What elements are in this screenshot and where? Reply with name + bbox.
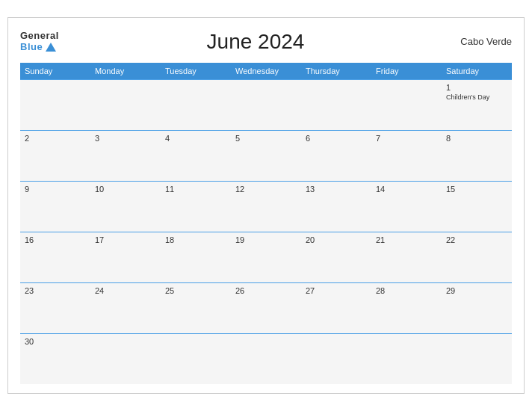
day-number: 25 xyxy=(165,286,226,295)
day-cell xyxy=(231,333,301,384)
day-cell: 29 xyxy=(442,282,512,333)
holiday-label: Children's Day xyxy=(446,93,507,102)
day-number: 6 xyxy=(306,134,367,143)
header-friday: Friday xyxy=(371,63,442,80)
calendar-header: General Blue June 2024 Cabo Verde xyxy=(20,30,512,54)
day-cell: 17 xyxy=(90,232,161,282)
day-number: 16 xyxy=(25,235,86,244)
day-number: 19 xyxy=(235,235,297,244)
day-cell: 7 xyxy=(371,130,442,181)
day-cell: 9 xyxy=(20,181,90,232)
day-cell xyxy=(161,79,231,130)
day-cell: 8 xyxy=(442,130,512,181)
header-sunday: Sunday xyxy=(20,63,90,80)
day-cell: 19 xyxy=(231,232,301,282)
header-saturday: Saturday xyxy=(442,63,512,80)
week-row-2: 9101112131415 xyxy=(20,181,512,232)
day-number: 29 xyxy=(446,286,507,295)
day-cell xyxy=(371,79,442,130)
day-cell xyxy=(301,79,371,130)
day-cell: 6 xyxy=(301,130,371,181)
day-cell: 14 xyxy=(371,181,442,232)
day-cell xyxy=(231,79,301,130)
day-cell xyxy=(90,79,161,130)
day-cell: 26 xyxy=(231,282,301,333)
day-number: 21 xyxy=(376,235,437,244)
day-number: 15 xyxy=(446,185,507,194)
day-number: 17 xyxy=(95,235,156,244)
day-cell: 27 xyxy=(301,282,371,333)
day-number: 26 xyxy=(235,286,297,295)
day-number: 27 xyxy=(306,286,367,295)
day-number: 4 xyxy=(165,134,226,143)
logo-blue-text: Blue xyxy=(20,42,56,52)
logo-triangle-icon xyxy=(46,43,56,52)
month-title: June 2024 xyxy=(59,30,452,54)
day-cell xyxy=(90,333,161,384)
day-number: 12 xyxy=(235,185,297,194)
weekday-header-row: Sunday Monday Tuesday Wednesday Thursday… xyxy=(20,63,512,80)
day-cell: 20 xyxy=(301,232,371,282)
day-cell: 22 xyxy=(442,232,512,282)
day-cell: 5 xyxy=(231,130,301,181)
day-cell: 18 xyxy=(161,232,231,282)
header-monday: Monday xyxy=(90,63,161,80)
day-number: 14 xyxy=(376,185,437,194)
day-cell xyxy=(442,333,512,384)
logo: General Blue xyxy=(20,31,59,52)
day-number: 30 xyxy=(25,337,86,346)
day-number: 3 xyxy=(95,134,156,143)
day-cell: 23 xyxy=(20,282,90,333)
calendar-container: General Blue June 2024 Cabo Verde Sunday… xyxy=(7,17,525,395)
day-number: 22 xyxy=(446,235,507,244)
day-cell: 24 xyxy=(90,282,161,333)
day-number: 11 xyxy=(165,185,226,194)
day-number: 10 xyxy=(95,185,156,194)
day-cell xyxy=(371,333,442,384)
day-cell: 15 xyxy=(442,181,512,232)
day-cell: 28 xyxy=(371,282,442,333)
logo-general-text: General xyxy=(20,31,59,41)
day-cell: 4 xyxy=(161,130,231,181)
header-wednesday: Wednesday xyxy=(231,63,301,80)
day-number: 24 xyxy=(95,286,156,295)
day-number: 5 xyxy=(235,134,297,143)
day-number: 13 xyxy=(306,185,367,194)
day-cell: 2 xyxy=(20,130,90,181)
day-cell: 1Children's Day xyxy=(442,79,512,130)
day-cell: 30 xyxy=(20,333,90,384)
country-label: Cabo Verde xyxy=(452,36,512,47)
day-number: 1 xyxy=(446,83,507,92)
week-row-5: 30 xyxy=(20,333,512,384)
day-cell xyxy=(20,79,90,130)
day-cell: 10 xyxy=(90,181,161,232)
day-number: 23 xyxy=(25,286,86,295)
day-number: 28 xyxy=(376,286,437,295)
day-cell: 13 xyxy=(301,181,371,232)
day-number: 18 xyxy=(165,235,226,244)
header-tuesday: Tuesday xyxy=(161,63,231,80)
week-row-1: 2345678 xyxy=(20,130,512,181)
day-cell: 21 xyxy=(371,232,442,282)
day-number: 20 xyxy=(306,235,367,244)
day-cell: 16 xyxy=(20,232,90,282)
day-cell xyxy=(301,333,371,384)
day-number: 7 xyxy=(376,134,437,143)
week-row-3: 16171819202122 xyxy=(20,232,512,282)
calendar-table: Sunday Monday Tuesday Wednesday Thursday… xyxy=(20,63,512,385)
day-cell: 12 xyxy=(231,181,301,232)
day-cell: 11 xyxy=(161,181,231,232)
day-number: 2 xyxy=(25,134,86,143)
calendar-body: 1Children's Day2345678910111213141516171… xyxy=(20,79,512,384)
header-thursday: Thursday xyxy=(301,63,371,80)
day-cell xyxy=(161,333,231,384)
day-cell: 3 xyxy=(90,130,161,181)
day-number: 8 xyxy=(446,134,507,143)
day-number: 9 xyxy=(25,185,86,194)
week-row-4: 23242526272829 xyxy=(20,282,512,333)
week-row-0: 1Children's Day xyxy=(20,79,512,130)
day-cell: 25 xyxy=(161,282,231,333)
